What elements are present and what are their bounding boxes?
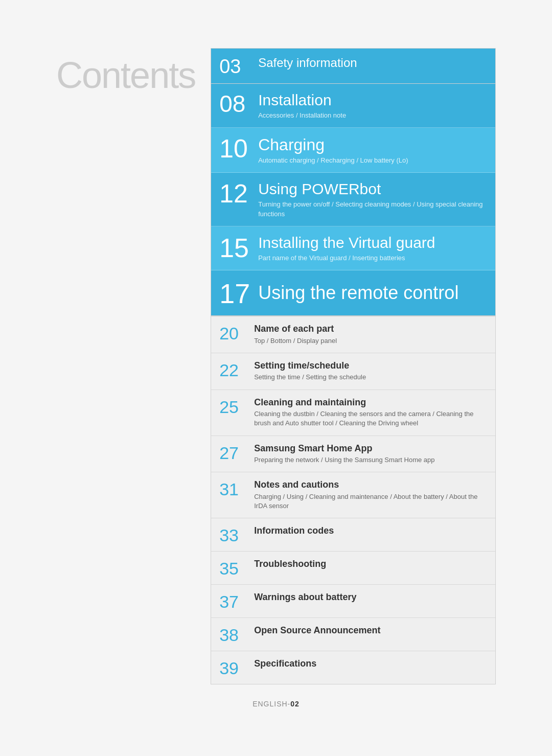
toc-title-time-schedule: Setting time/schedule — [254, 360, 487, 372]
toc-content-time-schedule: Setting time/schedule Setting the time /… — [254, 360, 487, 382]
toc-content-installation: Installation Accessories / Installation … — [258, 91, 487, 120]
toc-item-cleaning: 25 Cleaning and maintaining Cleaning the… — [211, 390, 495, 436]
toc-item-notes-cautions: 31 Notes and cautions Charging / Using /… — [211, 472, 495, 518]
toc-content-notes-cautions: Notes and cautions Charging / Using / Cl… — [254, 479, 487, 511]
toc-item-info-codes: 33 Information codes — [211, 518, 495, 552]
toc-content-smart-home: Samsung Smart Home App Preparing the net… — [254, 443, 487, 465]
toc-item-open-source: 38 Open Source Announcement — [211, 618, 495, 651]
toc-content-warnings-battery: Warnings about battery — [254, 592, 487, 603]
toc-item-safety: 03 Safety information — [211, 49, 495, 84]
toc-title-each-part: Name of each part — [254, 324, 487, 335]
toc-title-specifications: Specifications — [254, 658, 487, 670]
toc-content-info-codes: Information codes — [254, 525, 487, 537]
toc-item-charging: 10 Charging Automatic charging / Recharg… — [211, 128, 495, 173]
toc-subtitle-powerbot: Turning the power on/off / Selecting cle… — [258, 200, 487, 218]
toc-number-smart-home: 27 — [219, 443, 248, 462]
toc-number-powerbot: 12 — [219, 180, 252, 207]
toc-number-remote-control: 17 — [219, 279, 252, 307]
toc-title-info-codes: Information codes — [254, 525, 487, 537]
toc-title-charging: Charging — [258, 135, 487, 154]
toc-title-smart-home: Samsung Smart Home App — [254, 443, 487, 454]
toc-number-virtual-guard: 15 — [219, 234, 252, 261]
page-title: Contents — [56, 48, 195, 96]
toc-title-cleaning: Cleaning and maintaining — [254, 397, 487, 408]
toc-content-remote-control: Using the remote control — [258, 279, 487, 304]
toc-title-virtual-guard: Installing the Virtual guard — [258, 234, 487, 252]
toc-title-powerbot: Using POWERbot — [258, 180, 487, 198]
toc-content-virtual-guard: Installing the Virtual guard Part name o… — [258, 234, 487, 263]
toc-subtitle-charging: Automatic charging / Recharging / Low ba… — [258, 156, 487, 165]
toc-number-installation: 08 — [219, 91, 252, 116]
toc-title-notes-cautions: Notes and cautions — [254, 479, 487, 491]
toc-subtitle-cleaning: Cleaning the dustbin / Cleaning the sens… — [254, 409, 487, 428]
toc-item-smart-home: 27 Samsung Smart Home App Preparing the … — [211, 436, 495, 473]
toc-content-charging: Charging Automatic charging / Recharging… — [258, 135, 487, 166]
toc-number-specifications: 39 — [219, 658, 248, 677]
toc-number-warnings-battery: 37 — [219, 592, 248, 610]
toc-content-specifications: Specifications — [254, 658, 487, 670]
toc-item-troubleshooting: 35 Troubleshooting — [211, 552, 495, 585]
toc-title-open-source: Open Source Announcement — [254, 625, 487, 636]
toc-title-troubleshooting: Troubleshooting — [254, 559, 487, 570]
toc-item-remote-control: 17 Using the remote control — [211, 270, 495, 316]
toc-item-installation: 08 Installation Accessories / Installati… — [211, 84, 495, 128]
toc-title-safety: Safety information — [258, 56, 487, 71]
toc-subtitle-smart-home: Preparing the network / Using the Samsun… — [254, 455, 487, 465]
toc-title-warnings-battery: Warnings about battery — [254, 592, 487, 603]
toc-number-troubleshooting: 35 — [219, 559, 248, 577]
contents-wrapper: Contents 03 Safety information 08 Instal… — [56, 48, 496, 685]
toc-item-powerbot: 12 Using POWERbot Turning the power on/o… — [211, 173, 495, 226]
toc-content-powerbot: Using POWERbot Turning the power on/off … — [258, 180, 487, 218]
page-container: Contents 03 Safety information 08 Instal… — [0, 0, 552, 756]
toc-subtitle-time-schedule: Setting the time / Setting the schedule — [254, 373, 487, 382]
page-wrapper: Contents 03 Safety information 08 Instal… — [20, 48, 532, 708]
toc-subtitle-installation: Accessories / Installation note — [258, 111, 487, 120]
footer-prefix: ENGLISH- — [252, 700, 290, 708]
toc-number-time-schedule: 22 — [219, 360, 248, 379]
toc-content-open-source: Open Source Announcement — [254, 625, 487, 636]
toc-table: 03 Safety information 08 Installation Ac… — [211, 48, 496, 685]
toc-item-virtual-guard: 15 Installing the Virtual guard Part nam… — [211, 226, 495, 270]
footer-number: 02 — [290, 700, 300, 708]
toc-number-charging: 10 — [219, 135, 252, 162]
toc-subtitle-virtual-guard: Part name of the Virtual guard / Inserti… — [258, 254, 487, 263]
toc-number-notes-cautions: 31 — [219, 479, 248, 498]
toc-content-safety: Safety information — [258, 56, 487, 71]
toc-content-each-part: Name of each part Top / Bottom / Display… — [254, 324, 487, 346]
toc-number-open-source: 38 — [219, 625, 248, 644]
toc-title-installation: Installation — [258, 91, 487, 109]
toc-item-time-schedule: 22 Setting time/schedule Setting the tim… — [211, 353, 495, 390]
toc-content-cleaning: Cleaning and maintaining Cleaning the du… — [254, 397, 487, 428]
toc-item-each-part: 20 Name of each part Top / Bottom / Disp… — [211, 316, 495, 353]
footer: ENGLISH-02 — [252, 700, 300, 708]
toc-subtitle-each-part: Top / Bottom / Display panel — [254, 336, 487, 346]
toc-number-cleaning: 25 — [219, 397, 248, 416]
toc-item-warnings-battery: 37 Warnings about battery — [211, 585, 495, 618]
toc-title-remote-control: Using the remote control — [258, 279, 487, 304]
toc-item-specifications: 39 Specifications — [211, 651, 495, 684]
toc-subtitle-notes-cautions: Charging / Using / Cleaning and maintena… — [254, 492, 487, 511]
toc-number-each-part: 20 — [219, 324, 248, 342]
toc-content-troubleshooting: Troubleshooting — [254, 559, 487, 570]
toc-number-safety: 03 — [219, 56, 252, 76]
toc-number-info-codes: 33 — [219, 525, 248, 544]
